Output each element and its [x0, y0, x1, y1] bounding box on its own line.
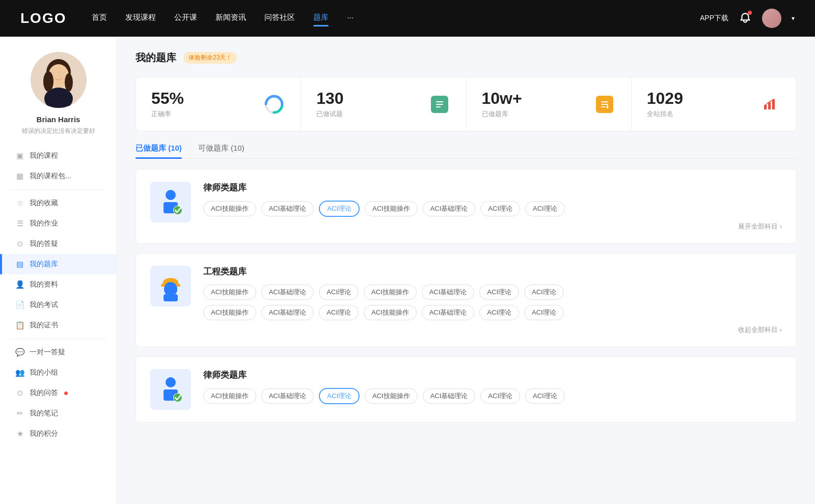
user-avatar — [31, 52, 87, 108]
sidebar-item-label: 我的资料 — [30, 280, 58, 289]
sidebar-item-notes[interactable]: ✏ 我的笔记 — [0, 403, 117, 424]
eng-tag-theory-5[interactable]: ACI理论 — [479, 305, 519, 320]
course-pack-icon: ▦ — [15, 172, 24, 181]
law2-tag-theory-2[interactable]: ACI理论 — [480, 388, 520, 404]
app-download-button[interactable]: APP下载 — [700, 14, 728, 23]
stat-accuracy-value: 55% — [151, 90, 257, 107]
svg-point-5 — [43, 71, 53, 92]
sidebar-item-label: 我的考试 — [30, 300, 58, 310]
sidebar-item-homework[interactable]: ☰ 我的作业 — [0, 213, 117, 234]
law-icon-wrap — [150, 182, 191, 222]
law2-tag-basic-2[interactable]: ACI基础理论 — [423, 388, 476, 404]
law2-tag-theory-active[interactable]: ACI理论 — [319, 388, 360, 404]
eng-bank-title-1: 工程类题库 — [203, 266, 782, 277]
eng-tag-skill-1[interactable]: ACI技能操作 — [203, 285, 256, 300]
sidebar-item-points[interactable]: ★ 我的积分 — [0, 424, 117, 444]
questions-dot — [64, 391, 68, 395]
law-person-icon-2 — [155, 374, 186, 405]
one-on-one-icon: 💬 — [15, 348, 24, 357]
qa-icon: ⊙ — [15, 239, 24, 248]
eng-icon-wrap — [150, 266, 191, 306]
svg-rect-27 — [164, 294, 178, 301]
bank-list-icon — [596, 96, 613, 113]
profile-icon: 👤 — [15, 280, 24, 289]
law2-tag-skill-2[interactable]: ACI技能操作 — [365, 388, 418, 404]
tag-aci-theory-3[interactable]: ACI理论 — [525, 201, 565, 216]
eng-tag-theory-1[interactable]: ACI理论 — [319, 285, 359, 300]
user-motto: 错误的决定比没有决定要好 — [22, 127, 95, 135]
sidebar-item-label: 我的证书 — [30, 321, 58, 330]
eng-tag-basic-2[interactable]: ACI基础理论 — [422, 285, 475, 300]
stat-questions-icon — [428, 93, 451, 116]
law2-tag-skill-1[interactable]: ACI技能操作 — [203, 388, 256, 404]
eng-tag-theory-4[interactable]: ACI理论 — [319, 305, 359, 320]
sidebar-item-label: 我的收藏 — [30, 199, 58, 208]
engineer-person-icon — [155, 271, 186, 301]
sidebar-item-bank[interactable]: ▤ 我的题库 — [0, 254, 117, 274]
sidebar-item-questions[interactable]: ⊙ 我的问答 — [0, 383, 117, 403]
sidebar-item-label: 我的答疑 — [30, 239, 58, 248]
nav-link-open[interactable]: 公开课 — [174, 13, 197, 24]
sidebar-item-label: 我的积分 — [30, 429, 58, 438]
nav-link-news[interactable]: 新闻资讯 — [215, 13, 246, 24]
sidebar-item-label: 我的作业 — [30, 219, 58, 228]
eng-tag-theory-3[interactable]: ACI理论 — [524, 285, 564, 300]
nav-link-more[interactable]: ··· — [347, 13, 354, 24]
eng-tag-skill-3[interactable]: ACI技能操作 — [203, 305, 256, 320]
stat-bank-done: 10w+ 已做题库 — [467, 77, 632, 131]
sidebar-item-exam[interactable]: 📄 我的考试 — [0, 295, 117, 315]
law2-tag-basic-1[interactable]: ACI基础理论 — [261, 388, 314, 404]
accuracy-donut-chart — [263, 93, 285, 116]
notification-bell[interactable] — [739, 11, 752, 26]
eng-bank-body-1: 工程类题库 ACI技能操作 ACI基础理论 ACI理论 ACI技能操作 ACI基… — [203, 266, 782, 334]
sidebar-item-label: 一对一答疑 — [30, 348, 65, 357]
tag-aci-basic-1[interactable]: ACI基础理论 — [261, 201, 314, 216]
tag-aci-theory-active[interactable]: ACI理论 — [319, 201, 360, 217]
tag-aci-skill-2[interactable]: ACI技能操作 — [365, 201, 418, 216]
eng-tag-theory-2[interactable]: ACI理论 — [479, 285, 519, 300]
eng-tag-basic-4[interactable]: ACI基础理论 — [422, 305, 475, 320]
eng-tag-basic-3[interactable]: ACI基础理论 — [261, 305, 314, 320]
bank-card-law-2: 律师类题库 ACI技能操作 ACI基础理论 ACI理论 ACI技能操作 ACI基… — [135, 356, 797, 423]
eng-tag-basic-1[interactable]: ACI基础理论 — [261, 285, 314, 300]
law-bank-title-1: 律师类题库 — [203, 182, 782, 193]
sidebar-item-label: 我的小组 — [30, 368, 58, 377]
law2-tag-theory-3[interactable]: ACI理论 — [525, 388, 565, 404]
sidebar-menu: ▣ 我的课程 ▦ 我的课程包... ☆ 我的收藏 ☰ 我的作业 ⊙ 我的答疑 ▤ — [0, 146, 117, 444]
nav-link-discover[interactable]: 发现课程 — [125, 13, 156, 24]
eng-tag-skill-2[interactable]: ACI技能操作 — [364, 285, 417, 300]
nav-link-home[interactable]: 首页 — [92, 13, 107, 24]
eng-tag-skill-4[interactable]: ACI技能操作 — [364, 305, 417, 320]
svg-point-20 — [773, 99, 775, 101]
sidebar: Brian Harris 错误的决定比没有决定要好 ▣ 我的课程 ▦ 我的课程包… — [0, 37, 117, 504]
avatar[interactable] — [762, 9, 781, 28]
svg-point-26 — [164, 282, 177, 296]
sidebar-item-qa[interactable]: ⊙ 我的答疑 — [0, 234, 117, 254]
stat-bank-label: 已做题库 — [482, 109, 587, 119]
avatar-chevron-icon[interactable]: ▾ — [792, 15, 795, 22]
law-bank-body-2: 律师类题库 ACI技能操作 ACI基础理论 ACI理论 ACI技能操作 ACI基… — [203, 369, 782, 404]
sidebar-item-my-courses[interactable]: ▣ 我的课程 — [0, 146, 117, 166]
collapse-link-1[interactable]: 收起全部科目 › — [203, 325, 782, 334]
sidebar-item-label: 我的笔记 — [30, 409, 58, 418]
eng-tag-theory-6[interactable]: ACI理论 — [524, 305, 564, 320]
sidebar-item-profile[interactable]: 👤 我的资料 — [0, 274, 117, 295]
ranking-chart-icon — [761, 96, 778, 113]
sidebar-divider-1 — [10, 189, 106, 190]
expand-link-1[interactable]: 展开全部科目 › — [203, 222, 782, 231]
tag-aci-theory-2[interactable]: ACI理论 — [480, 201, 520, 216]
sidebar-item-cert[interactable]: 📋 我的证书 — [0, 315, 117, 335]
sidebar-item-group[interactable]: 👥 我的小组 — [0, 362, 117, 383]
tab-done[interactable]: 已做题库 (10) — [135, 144, 182, 158]
sidebar-item-one-on-one[interactable]: 💬 一对一答疑 — [0, 342, 117, 362]
nav-link-bank[interactable]: 题库 — [313, 13, 329, 24]
tab-available[interactable]: 可做题库 (10) — [198, 144, 244, 158]
svg-rect-10 — [436, 101, 443, 102]
nav-link-qa[interactable]: 问答社区 — [264, 13, 295, 24]
content-header: 我的题库 体验剩余23天！ — [135, 51, 797, 65]
sidebar-item-favorites[interactable]: ☆ 我的收藏 — [0, 193, 117, 213]
navbar: LOGO 首页 发现课程 公开课 新闻资讯 问答社区 题库 ··· APP下载 … — [0, 0, 815, 37]
tag-aci-basic-2[interactable]: ACI基础理论 — [423, 201, 476, 216]
tag-aci-skill-1[interactable]: ACI技能操作 — [203, 201, 256, 216]
sidebar-item-course-pack[interactable]: ▦ 我的课程包... — [0, 166, 117, 186]
